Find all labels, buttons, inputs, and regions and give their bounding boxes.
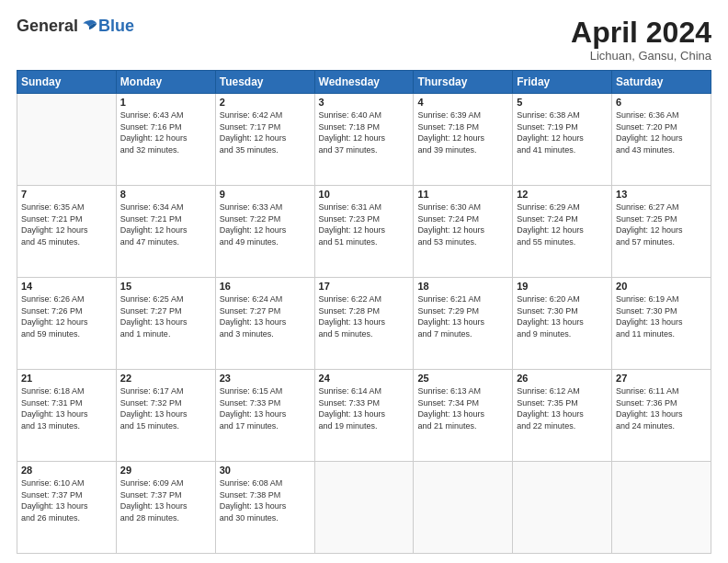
calendar-cell: 2Sunrise: 6:42 AMSunset: 7:17 PMDaylight… bbox=[215, 94, 314, 186]
day-number: 24 bbox=[319, 373, 410, 384]
day-number: 3 bbox=[319, 97, 410, 108]
calendar-cell: 13Sunrise: 6:27 AMSunset: 7:25 PMDayligh… bbox=[612, 186, 711, 278]
day-info: Sunrise: 6:27 AMSunset: 7:25 PMDaylight:… bbox=[616, 201, 707, 247]
day-info: Sunrise: 6:12 AMSunset: 7:35 PMDaylight:… bbox=[517, 385, 608, 431]
day-info: Sunrise: 6:42 AMSunset: 7:17 PMDaylight:… bbox=[220, 109, 311, 155]
page: General Blue April 2024 Lichuan, Gansu, … bbox=[0, 0, 728, 563]
calendar-cell: 4Sunrise: 6:39 AMSunset: 7:18 PMDaylight… bbox=[414, 94, 513, 186]
calendar-cell: 22Sunrise: 6:17 AMSunset: 7:32 PMDayligh… bbox=[116, 370, 215, 462]
calendar-cell: 11Sunrise: 6:30 AMSunset: 7:24 PMDayligh… bbox=[414, 186, 513, 278]
day-number: 5 bbox=[517, 97, 608, 108]
calendar-cell: 14Sunrise: 6:26 AMSunset: 7:26 PMDayligh… bbox=[17, 278, 117, 370]
calendar-cell: 24Sunrise: 6:14 AMSunset: 7:33 PMDayligh… bbox=[314, 370, 414, 462]
day-number: 30 bbox=[220, 465, 311, 476]
day-number: 22 bbox=[120, 373, 211, 384]
day-info: Sunrise: 6:15 AMSunset: 7:33 PMDaylight:… bbox=[220, 385, 311, 431]
day-number: 11 bbox=[417, 189, 508, 200]
day-info: Sunrise: 6:11 AMSunset: 7:36 PMDaylight:… bbox=[616, 385, 707, 431]
day-info: Sunrise: 6:34 AMSunset: 7:21 PMDaylight:… bbox=[120, 201, 211, 247]
month-title: April 2024 bbox=[571, 17, 711, 49]
calendar-cell: 15Sunrise: 6:25 AMSunset: 7:27 PMDayligh… bbox=[116, 278, 215, 370]
calendar-cell: 27Sunrise: 6:11 AMSunset: 7:36 PMDayligh… bbox=[612, 370, 711, 462]
day-number: 25 bbox=[417, 373, 508, 384]
calendar-cell: 19Sunrise: 6:20 AMSunset: 7:30 PMDayligh… bbox=[513, 278, 612, 370]
col-wednesday: Wednesday bbox=[314, 71, 414, 94]
calendar-cell: 23Sunrise: 6:15 AMSunset: 7:33 PMDayligh… bbox=[215, 370, 314, 462]
calendar-cell: 30Sunrise: 6:08 AMSunset: 7:38 PMDayligh… bbox=[215, 462, 314, 554]
day-number: 23 bbox=[220, 373, 311, 384]
calendar-cell: 16Sunrise: 6:24 AMSunset: 7:27 PMDayligh… bbox=[215, 278, 314, 370]
day-info: Sunrise: 6:17 AMSunset: 7:32 PMDaylight:… bbox=[120, 385, 211, 431]
calendar-cell: 29Sunrise: 6:09 AMSunset: 7:37 PMDayligh… bbox=[116, 462, 215, 554]
calendar-cell: 17Sunrise: 6:22 AMSunset: 7:28 PMDayligh… bbox=[314, 278, 414, 370]
week-row-0: 1Sunrise: 6:43 AMSunset: 7:16 PMDaylight… bbox=[17, 94, 711, 186]
calendar-cell: 10Sunrise: 6:31 AMSunset: 7:23 PMDayligh… bbox=[314, 186, 414, 278]
calendar-cell: 18Sunrise: 6:21 AMSunset: 7:29 PMDayligh… bbox=[414, 278, 513, 370]
day-number: 29 bbox=[120, 465, 211, 476]
day-info: Sunrise: 6:26 AMSunset: 7:26 PMDaylight:… bbox=[21, 293, 112, 339]
day-info: Sunrise: 6:14 AMSunset: 7:33 PMDaylight:… bbox=[319, 385, 410, 431]
day-number: 15 bbox=[120, 281, 211, 292]
logo: General Blue bbox=[17, 17, 134, 36]
calendar-cell: 1Sunrise: 6:43 AMSunset: 7:16 PMDaylight… bbox=[116, 94, 215, 186]
calendar-cell: 26Sunrise: 6:12 AMSunset: 7:35 PMDayligh… bbox=[513, 370, 612, 462]
week-row-1: 7Sunrise: 6:35 AMSunset: 7:21 PMDaylight… bbox=[17, 186, 711, 278]
day-number: 10 bbox=[319, 189, 410, 200]
day-number: 27 bbox=[616, 373, 707, 384]
calendar-cell bbox=[513, 462, 612, 554]
day-info: Sunrise: 6:19 AMSunset: 7:30 PMDaylight:… bbox=[616, 293, 707, 339]
day-number: 2 bbox=[220, 97, 311, 108]
calendar-cell: 21Sunrise: 6:18 AMSunset: 7:31 PMDayligh… bbox=[17, 370, 117, 462]
title-block: April 2024 Lichuan, Gansu, China bbox=[571, 17, 711, 63]
day-info: Sunrise: 6:25 AMSunset: 7:27 PMDaylight:… bbox=[120, 293, 211, 339]
day-info: Sunrise: 6:18 AMSunset: 7:31 PMDaylight:… bbox=[21, 385, 112, 431]
day-number: 21 bbox=[21, 373, 112, 384]
day-info: Sunrise: 6:39 AMSunset: 7:18 PMDaylight:… bbox=[417, 109, 508, 155]
day-info: Sunrise: 6:30 AMSunset: 7:24 PMDaylight:… bbox=[417, 201, 508, 247]
calendar-cell: 3Sunrise: 6:40 AMSunset: 7:18 PMDaylight… bbox=[314, 94, 414, 186]
calendar-table: Sunday Monday Tuesday Wednesday Thursday… bbox=[17, 70, 711, 554]
day-info: Sunrise: 6:20 AMSunset: 7:30 PMDaylight:… bbox=[517, 293, 608, 339]
day-info: Sunrise: 6:24 AMSunset: 7:27 PMDaylight:… bbox=[220, 293, 311, 339]
week-row-3: 21Sunrise: 6:18 AMSunset: 7:31 PMDayligh… bbox=[17, 370, 711, 462]
day-number: 19 bbox=[517, 281, 608, 292]
day-number: 14 bbox=[21, 281, 112, 292]
calendar-cell bbox=[612, 462, 711, 554]
day-number: 7 bbox=[21, 189, 112, 200]
col-sunday: Sunday bbox=[17, 71, 117, 94]
col-thursday: Thursday bbox=[414, 71, 513, 94]
day-info: Sunrise: 6:35 AMSunset: 7:21 PMDaylight:… bbox=[21, 201, 112, 247]
day-number: 1 bbox=[120, 97, 211, 108]
day-number: 4 bbox=[417, 97, 508, 108]
day-info: Sunrise: 6:40 AMSunset: 7:18 PMDaylight:… bbox=[319, 109, 410, 155]
day-info: Sunrise: 6:08 AMSunset: 7:38 PMDaylight:… bbox=[220, 477, 311, 523]
header: General Blue April 2024 Lichuan, Gansu, … bbox=[17, 17, 711, 63]
col-saturday: Saturday bbox=[612, 71, 711, 94]
day-info: Sunrise: 6:36 AMSunset: 7:20 PMDaylight:… bbox=[616, 109, 707, 155]
day-number: 16 bbox=[220, 281, 311, 292]
day-info: Sunrise: 6:38 AMSunset: 7:19 PMDaylight:… bbox=[517, 109, 608, 155]
week-row-4: 28Sunrise: 6:10 AMSunset: 7:37 PMDayligh… bbox=[17, 462, 711, 554]
calendar-cell: 9Sunrise: 6:33 AMSunset: 7:22 PMDaylight… bbox=[215, 186, 314, 278]
col-friday: Friday bbox=[513, 71, 612, 94]
logo-blue-text: Blue bbox=[98, 17, 134, 36]
calendar-cell: 8Sunrise: 6:34 AMSunset: 7:21 PMDaylight… bbox=[116, 186, 215, 278]
day-number: 9 bbox=[220, 189, 311, 200]
col-tuesday: Tuesday bbox=[215, 71, 314, 94]
logo-general-text: General bbox=[17, 17, 78, 36]
day-info: Sunrise: 6:43 AMSunset: 7:16 PMDaylight:… bbox=[120, 109, 211, 155]
logo-bird-icon bbox=[80, 17, 98, 36]
day-number: 20 bbox=[616, 281, 707, 292]
calendar-cell: 6Sunrise: 6:36 AMSunset: 7:20 PMDaylight… bbox=[612, 94, 711, 186]
day-number: 28 bbox=[21, 465, 112, 476]
day-info: Sunrise: 6:22 AMSunset: 7:28 PMDaylight:… bbox=[319, 293, 410, 339]
day-info: Sunrise: 6:33 AMSunset: 7:22 PMDaylight:… bbox=[220, 201, 311, 247]
day-info: Sunrise: 6:29 AMSunset: 7:24 PMDaylight:… bbox=[517, 201, 608, 247]
calendar-cell: 7Sunrise: 6:35 AMSunset: 7:21 PMDaylight… bbox=[17, 186, 117, 278]
week-row-2: 14Sunrise: 6:26 AMSunset: 7:26 PMDayligh… bbox=[17, 278, 711, 370]
day-number: 6 bbox=[616, 97, 707, 108]
calendar-cell bbox=[314, 462, 414, 554]
header-row: Sunday Monday Tuesday Wednesday Thursday… bbox=[17, 71, 711, 94]
calendar-cell: 20Sunrise: 6:19 AMSunset: 7:30 PMDayligh… bbox=[612, 278, 711, 370]
day-number: 12 bbox=[517, 189, 608, 200]
